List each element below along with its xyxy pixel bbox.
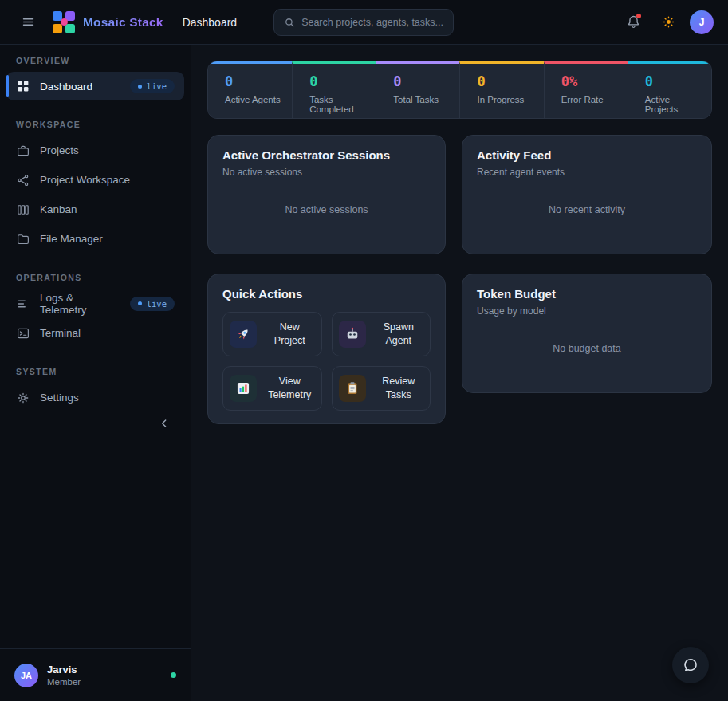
token-budget-card: Token Budget Usage by model No budget da…	[462, 274, 712, 393]
spawn-agent-button[interactable]: Spawn Agent	[332, 312, 431, 356]
action-label: View Telemetry	[265, 375, 315, 402]
action-label: Review Tasks	[374, 375, 424, 402]
sidebar-item-label: Terminal	[40, 327, 81, 339]
stat-value: 0	[225, 73, 284, 89]
section-label-overview: OVERVIEW	[0, 56, 191, 65]
sidebar-item-label: Settings	[40, 392, 79, 404]
card-subtitle: No active sessions	[222, 167, 431, 178]
action-label: Spawn Agent	[374, 321, 424, 348]
sidebar-item-label: Logs & Telemetry	[40, 292, 120, 316]
sidebar-item-label: File Manager	[40, 233, 103, 245]
hamburger-icon	[21, 14, 36, 30]
user-role: Member	[47, 677, 81, 687]
chat-button[interactable]	[672, 647, 709, 683]
user-avatar[interactable]: J	[690, 10, 714, 34]
stat-error-rate: 0% Error Rate	[544, 61, 628, 118]
sun-icon	[661, 14, 676, 30]
stat-value: 0	[477, 73, 535, 89]
budget-empty-state: No budget data	[477, 317, 697, 380]
stat-label: Total Tasks	[393, 95, 451, 104]
bar-chart-icon	[230, 375, 257, 402]
page-title: Dashboard	[183, 16, 238, 29]
search-icon	[284, 17, 295, 28]
sidebar-item-project-workspace[interactable]: Project Workspace	[6, 165, 184, 195]
stats-row: 0 Active Agents 0 Tasks Completed 0 Tota…	[207, 61, 712, 119]
logs-icon	[16, 297, 30, 311]
menu-button[interactable]	[14, 9, 41, 36]
sidebar-item-label: Kanban	[40, 203, 77, 215]
gear-icon	[16, 391, 30, 405]
stat-label: Error Rate	[561, 95, 620, 104]
user-avatar-initials: JA	[14, 664, 38, 687]
quick-actions-card: Quick Actions New Project Spawn Agent	[207, 274, 446, 424]
sidebar-item-label: Project Workspace	[40, 174, 130, 186]
live-badge: live	[130, 79, 175, 93]
sidebar-item-label: Dashboard	[40, 81, 92, 93]
sidebar-item-dashboard[interactable]: Dashboard live	[6, 72, 184, 100]
sidebar-item-label: Projects	[40, 144, 79, 156]
stat-label: Active Agents	[225, 95, 284, 104]
mosaic-logo	[53, 11, 75, 33]
app-header: Mosaic Stack Dashboard J	[0, 0, 728, 45]
card-title: Token Budget	[477, 287, 697, 301]
live-dot-icon	[138, 85, 142, 89]
sidebar-user-panel[interactable]: JA Jarvis Member	[0, 648, 191, 701]
main-content: 0 Active Agents 0 Tasks Completed 0 Tota…	[191, 0, 728, 701]
action-label: New Project	[265, 321, 315, 348]
sidebar-item-settings[interactable]: Settings	[6, 383, 184, 412]
stat-value: 0%	[561, 73, 620, 89]
live-dot-icon	[138, 301, 142, 305]
notification-dot	[636, 14, 641, 18]
stat-total-tasks: 0 Total Tasks	[376, 61, 459, 118]
sidebar: OVERVIEW Dashboard live WORKSPACE Projec…	[0, 45, 191, 701]
robot-icon	[339, 321, 366, 348]
activity-empty-state: No recent activity	[477, 178, 697, 241]
stat-value: 0	[645, 73, 703, 89]
theme-toggle-button[interactable]	[655, 9, 682, 36]
sidebar-item-file-manager[interactable]: File Manager	[6, 224, 184, 254]
stat-value: 0	[309, 73, 368, 89]
stat-label: Tasks Completed	[309, 95, 368, 114]
rocket-icon	[230, 321, 257, 348]
folder-icon	[16, 232, 30, 246]
activity-feed-card: Activity Feed Recent agent events No rec…	[462, 135, 712, 254]
nodes-icon	[16, 173, 30, 187]
section-label-workspace: WORKSPACE	[0, 120, 191, 129]
sidebar-item-kanban[interactable]: Kanban	[6, 195, 184, 224]
orchestrator-sessions-card: Active Orchestrator Sessions No active s…	[207, 135, 446, 254]
stat-active-projects: 0 Active Projects	[628, 61, 711, 118]
view-telemetry-button[interactable]: View Telemetry	[222, 366, 322, 411]
sidebar-collapse-button[interactable]	[155, 415, 173, 432]
sidebar-item-projects[interactable]: Projects	[6, 136, 184, 165]
stat-label: In Progress	[477, 95, 535, 104]
card-subtitle: Usage by model	[477, 305, 697, 317]
card-subtitle: Recent agent events	[477, 167, 697, 178]
stat-value: 0	[393, 73, 451, 89]
card-title: Activity Feed	[477, 148, 697, 162]
stat-active-agents: 0 Active Agents	[208, 61, 292, 118]
live-badge: live	[130, 297, 175, 311]
search-bar[interactable]	[273, 9, 454, 36]
sessions-empty-state: No active sessions	[222, 178, 431, 241]
sidebar-item-terminal[interactable]: Terminal	[6, 318, 184, 348]
stat-label: Active Projects	[645, 95, 703, 114]
new-project-button[interactable]: New Project	[222, 312, 322, 356]
clipboard-icon	[339, 375, 366, 402]
stat-in-progress: 0 In Progress	[459, 61, 543, 118]
terminal-icon	[16, 326, 30, 341]
sidebar-item-logs-telemetry[interactable]: Logs & Telemetry live	[6, 289, 184, 318]
section-label-operations: OPERATIONS	[0, 273, 191, 282]
grid-icon	[16, 79, 30, 93]
chat-bubble-icon	[682, 656, 699, 674]
notifications-button[interactable]	[620, 9, 647, 36]
user-name: Jarvis	[47, 664, 81, 675]
card-title: Active Orchestrator Sessions	[222, 148, 431, 162]
stat-tasks-completed: 0 Tasks Completed	[292, 61, 376, 118]
online-status-dot	[171, 672, 176, 678]
review-tasks-button[interactable]: Review Tasks	[332, 366, 431, 411]
brand-name: Mosaic Stack	[83, 15, 163, 30]
kanban-icon	[16, 203, 30, 217]
briefcase-icon	[16, 144, 30, 158]
chevron-left-icon	[158, 417, 171, 430]
search-input[interactable]	[301, 17, 443, 28]
